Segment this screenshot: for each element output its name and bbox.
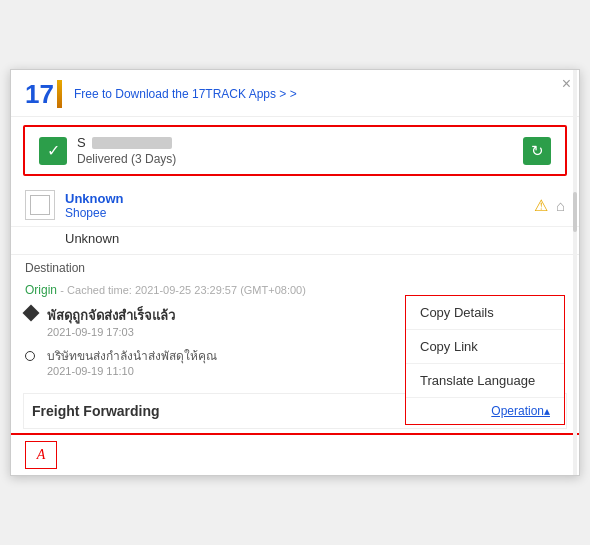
carrier-icon-inner xyxy=(30,195,50,215)
check-icon: ✓ xyxy=(47,141,60,160)
cached-time: - Cached time: 2021-09-25 23:29:57 (GMT+… xyxy=(60,284,306,296)
context-menu: Copy Details Copy Link Translate Languag… xyxy=(405,295,565,425)
tracking-prefix: S xyxy=(77,135,86,150)
copy-details-item[interactable]: Copy Details xyxy=(406,296,564,330)
carrier-details: Unknown Shopee xyxy=(65,191,534,220)
logo: 17 xyxy=(25,80,62,108)
logo-bar xyxy=(57,80,62,108)
carrier-actions: ⚠ ⌂ xyxy=(534,196,565,215)
scrollbar-thumb[interactable] xyxy=(573,192,577,232)
logo-number: 17 xyxy=(25,81,54,107)
translate-button[interactable]: A xyxy=(25,441,57,469)
refresh-icon: ↻ xyxy=(531,142,544,160)
home-icon[interactable]: ⌂ xyxy=(556,197,565,214)
carrier-icon-box xyxy=(25,190,55,220)
ad-content: Freight Forwarding xyxy=(32,403,160,419)
operation-button[interactable]: Operation▴ xyxy=(406,398,564,424)
tracking-info: S Delivered (3 Days) xyxy=(77,135,523,166)
translate-icon: A xyxy=(37,447,46,463)
origin-text: Origin xyxy=(25,283,57,297)
promo-link[interactable]: Free to Download the 17TRACK Apps > > xyxy=(74,87,297,101)
unknown-row: Unknown xyxy=(11,227,579,255)
main-window: × 17 Free to Download the 17TRACK Apps >… xyxy=(10,69,580,476)
dot-empty-2 xyxy=(25,348,37,360)
ad-title: Freight Forwarding xyxy=(32,403,160,419)
scrollbar[interactable] xyxy=(573,70,577,475)
tracking-row: ✓ S Delivered (3 Days) ↻ xyxy=(23,125,567,176)
bottom-bar: A xyxy=(11,433,579,475)
carrier-sub[interactable]: Shopee xyxy=(65,206,534,220)
close-button[interactable]: × xyxy=(562,76,571,92)
tracking-redacted xyxy=(92,137,172,149)
tracking-status: Delivered (3 Days) xyxy=(77,152,523,166)
header: 17 Free to Download the 17TRACK Apps > > xyxy=(11,70,579,117)
status-check-box: ✓ xyxy=(39,137,67,165)
carrier-row: Unknown Shopee ⚠ ⌂ xyxy=(11,184,579,227)
dot-filled-1 xyxy=(25,307,37,319)
warning-icon: ⚠ xyxy=(534,196,548,215)
destination-label: Destination xyxy=(11,255,579,279)
refresh-button[interactable]: ↻ xyxy=(523,137,551,165)
copy-link-item[interactable]: Copy Link xyxy=(406,330,564,364)
translate-language-item[interactable]: Translate Language xyxy=(406,364,564,398)
carrier-name: Unknown xyxy=(65,191,534,206)
tracking-number-row: S xyxy=(77,135,523,150)
